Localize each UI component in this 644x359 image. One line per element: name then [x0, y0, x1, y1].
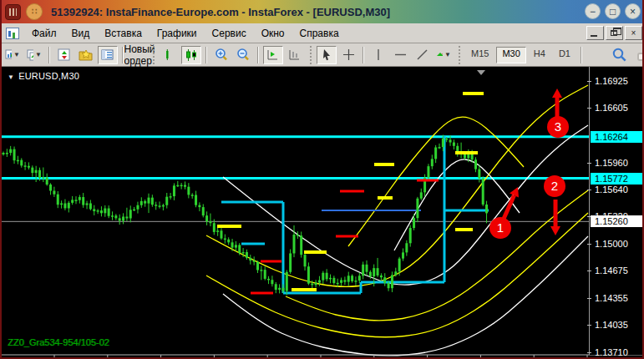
candle-body: [176, 185, 179, 187]
menu-item[interactable]: Вставка: [97, 25, 150, 42]
minimize-button[interactable]: −: [585, 3, 601, 19]
toolbar-grip[interactable]: [153, 46, 155, 64]
chart-canvas[interactable]: 123: [2, 67, 644, 359]
cursor-button[interactable]: [317, 46, 337, 64]
notifications-button[interactable]: 1: [636, 47, 644, 63]
candle-body: [136, 205, 139, 210]
candle-body: [93, 209, 95, 211]
candle-body: [221, 230, 223, 238]
zoom-out-button[interactable]: [233, 46, 253, 64]
candle-body: [104, 209, 106, 214]
candle-body: [86, 203, 89, 205]
price-axis[interactable]: 1.169251.166051.159601.156401.153201.150…: [589, 67, 644, 355]
candle-body: [383, 277, 386, 283]
zoom-in-button[interactable]: [211, 46, 231, 64]
timeframe-button-m30[interactable]: M30: [496, 47, 525, 63]
candle-body: [297, 235, 299, 236]
vertical-line-button[interactable]: [368, 46, 388, 64]
candle-body: [398, 259, 401, 272]
toolbar-grip[interactable]: [459, 46, 460, 64]
navigator-button[interactable]: [76, 46, 96, 64]
chart-area[interactable]: 123 ▼EURUSD,M30 ZZ0_Gra534-954/105-02 1.…: [2, 67, 644, 359]
maximize-button[interactable]: □: [605, 3, 621, 19]
child-close-button[interactable]: ×: [625, 26, 642, 40]
trendline-icon: [416, 48, 428, 61]
terminal-button[interactable]: [98, 46, 118, 64]
candle-body: [238, 245, 241, 253]
child-minimize-button[interactable]: [586, 26, 604, 40]
candle-body: [354, 281, 357, 282]
bar-chart-type-button[interactable]: [160, 46, 180, 64]
chart-window-icon[interactable]: [6, 28, 19, 39]
profiles-button[interactable]: ▼: [24, 46, 44, 64]
candle-body: [184, 185, 186, 187]
price-tick-label: 1.13710: [595, 347, 628, 358]
bar-chart-icon: [164, 48, 176, 62]
chat-bubble-icon: [637, 53, 644, 61]
candle-body: [445, 139, 448, 140]
market-watch-icon: [58, 48, 71, 62]
candle-chart-type-button[interactable]: [181, 46, 201, 64]
toolbar-separator: [257, 47, 259, 63]
search-button[interactable]: [609, 46, 629, 64]
price-tick-label: 1.14675: [595, 265, 628, 276]
menu-item[interactable]: Вид: [64, 25, 98, 42]
timeframe-button-m15[interactable]: M15: [465, 47, 494, 63]
candle-body: [434, 147, 437, 159]
indicators-button[interactable]: ▼: [434, 46, 454, 64]
menu-item[interactable]: Окно: [254, 25, 292, 42]
candle-body: [97, 210, 99, 212]
new-order-button[interactable]: Новый ордер: [128, 46, 148, 64]
new-order-label: Новый ордер: [124, 43, 155, 67]
candle-body: [482, 179, 484, 205]
market-watch-button[interactable]: [54, 46, 74, 64]
child-restore-button[interactable]: [606, 26, 623, 40]
candle-body: [231, 242, 234, 247]
crosshair-button[interactable]: [338, 46, 358, 64]
symbol-label: ▼EURUSD,M30: [8, 71, 79, 81]
price-tick-label: 1.15640: [595, 185, 628, 195]
candle-body: [242, 252, 245, 254]
menu-item[interactable]: Файл: [24, 25, 64, 42]
candle-body: [275, 284, 277, 290]
workspace-icon[interactable]: ∷: [26, 3, 43, 20]
indicators-icon: [436, 48, 443, 62]
candle-body: [409, 228, 412, 243]
candle-body: [13, 149, 16, 161]
candle-body: [24, 165, 27, 167]
candle-body: [35, 170, 38, 173]
candle-body: [453, 143, 455, 146]
candle-body: [369, 272, 372, 276]
menu-bar: ФайлВидВставкаГрафикиСервисОкноСправка ×: [2, 23, 644, 43]
close-button[interactable]: ×: [625, 3, 641, 19]
symbol-dropdown-icon[interactable]: ▼: [8, 73, 14, 81]
title-bar: ∷ 51392924: InstaFinance-Europe.com - In…: [2, 0, 644, 23]
menu-item[interactable]: Графики: [150, 25, 205, 42]
toolbar-grip[interactable]: [310, 46, 312, 64]
chart-shift-button[interactable]: [285, 46, 305, 64]
timeframe-button-h4[interactable]: H4: [528, 47, 551, 63]
candle-body: [180, 185, 183, 187]
candle-body: [38, 170, 41, 179]
price-tick-label: 1.14035: [595, 320, 628, 331]
ma-curve-white: [223, 236, 588, 356]
candle-body: [191, 195, 194, 196]
timeframe-button-d1[interactable]: D1: [553, 47, 576, 63]
candle-body: [3, 153, 5, 154]
price-tick-label: 1.15000: [595, 239, 628, 250]
mt4-window: ∷ 51392924: InstaFinance-Europe.com - In…: [0, 0, 644, 359]
candle-body: [89, 203, 92, 209]
chart-shift-icon: [288, 48, 302, 62]
zoom-out-icon: [236, 48, 251, 62]
candle-body: [373, 268, 375, 276]
trendline-button[interactable]: [412, 46, 432, 64]
candle-body: [57, 195, 59, 205]
search-icon: [611, 47, 626, 63]
candle-body: [405, 243, 408, 252]
menu-item[interactable]: Справка: [292, 25, 347, 42]
menu-item[interactable]: Сервис: [205, 25, 254, 42]
autoscroll-button[interactable]: [263, 46, 283, 64]
new-chart-button[interactable]: ▼: [3, 46, 23, 64]
horizontal-line-button[interactable]: [390, 46, 410, 64]
candle-body: [198, 205, 200, 207]
